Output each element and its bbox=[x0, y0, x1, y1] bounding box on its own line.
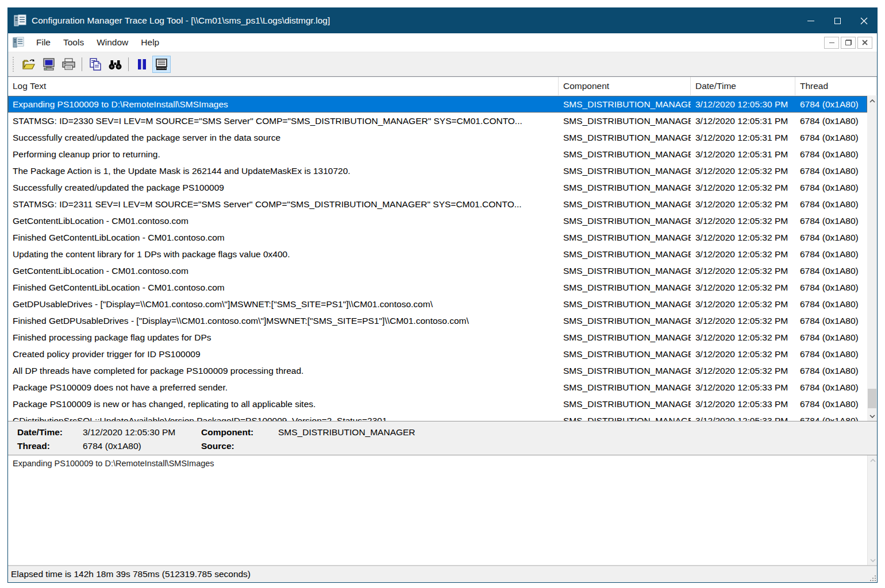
open-remote-button[interactable] bbox=[40, 56, 58, 73]
column-header-thread[interactable]: Thread bbox=[795, 77, 877, 95]
mdi-restore-button[interactable] bbox=[841, 37, 856, 49]
title-bar: Configuration Manager Trace Log Tool - [… bbox=[8, 8, 877, 33]
scrollbar-thumb[interactable] bbox=[868, 389, 876, 408]
cell-component: SMS_DISTRIBUTION_MANAGER bbox=[559, 116, 691, 126]
cell-thread: 6784 (0x1A80) bbox=[795, 233, 867, 243]
cell-thread: 6784 (0x1A80) bbox=[795, 99, 867, 110]
cell-component: SMS_DISTRIBUTION_MANAGER bbox=[559, 133, 691, 143]
find-button[interactable] bbox=[106, 56, 124, 73]
column-header-logtext[interactable]: Log Text bbox=[8, 77, 559, 95]
cell-datetime: 3/12/2020 12:05:32 PM bbox=[691, 316, 795, 326]
minimize-button[interactable] bbox=[798, 8, 824, 33]
cell-component: SMS_DISTRIBUTION_MANAGER bbox=[559, 266, 691, 276]
message-box[interactable]: Expanding PS100009 to D:\RemoteInstall\S… bbox=[8, 455, 877, 566]
log-row[interactable]: Package PS100009 is new or has changed, … bbox=[8, 396, 867, 412]
log-row[interactable]: Package PS100009 does not have a preferr… bbox=[8, 379, 867, 396]
toolbar-grip[interactable] bbox=[13, 57, 15, 72]
log-row[interactable]: Finished GetDPUsableDrives - ["Display=\… bbox=[8, 312, 867, 329]
message-text: Expanding PS100009 to D:\RemoteInstall\S… bbox=[13, 459, 860, 468]
cell-logtext: The Package Action is 1, the Update Mask… bbox=[8, 166, 559, 176]
log-row[interactable]: Finished processing package flag updates… bbox=[8, 329, 867, 346]
close-button[interactable] bbox=[851, 8, 877, 33]
open-file-button[interactable] bbox=[20, 56, 39, 73]
cell-component: SMS_DISTRIBUTION_MANAGER bbox=[559, 299, 691, 310]
cell-logtext: Successfully created/updated the package… bbox=[8, 183, 559, 193]
cell-thread: 6784 (0x1A80) bbox=[795, 266, 867, 276]
scroll-up-icon[interactable] bbox=[867, 96, 877, 106]
log-row[interactable]: All DP threads have completed for packag… bbox=[8, 362, 867, 379]
cell-component: SMS_DISTRIBUTION_MANAGER bbox=[559, 382, 691, 393]
log-list: Expanding PS100009 to D:\RemoteInstall\S… bbox=[8, 96, 877, 421]
log-row[interactable]: Created policy provider trigger for ID P… bbox=[8, 346, 867, 362]
log-row[interactable]: Updating the content library for 1 DPs w… bbox=[8, 246, 867, 262]
mdi-restore-icon bbox=[845, 40, 852, 45]
cell-logtext: CDistributionSrcSQL::UpdateAvailableVers… bbox=[8, 416, 559, 421]
cell-component: SMS_DISTRIBUTION_MANAGER bbox=[559, 216, 691, 226]
mdi-close-button[interactable] bbox=[857, 37, 872, 49]
log-row[interactable]: Expanding PS100009 to D:\RemoteInstall\S… bbox=[8, 96, 867, 113]
cell-logtext: STATMSG: ID=2311 SEV=I LEV=M SOURCE="SMS… bbox=[8, 199, 559, 210]
menu-tools[interactable]: Tools bbox=[57, 35, 90, 50]
log-row[interactable]: GetDPUsableDrives - ["Display=\\CM01.con… bbox=[8, 296, 867, 312]
log-row[interactable]: Performing cleanup prior to returning.SM… bbox=[8, 146, 867, 163]
cell-thread: 6784 (0x1A80) bbox=[795, 382, 867, 393]
log-row[interactable]: STATMSG: ID=2330 SEV=I LEV=M SOURCE="SMS… bbox=[8, 113, 867, 129]
cell-thread: 6784 (0x1A80) bbox=[795, 316, 867, 326]
cell-datetime: 3/12/2020 12:05:32 PM bbox=[691, 166, 795, 176]
message-scrollbar[interactable] bbox=[867, 455, 877, 565]
scroll-up-icon[interactable] bbox=[868, 455, 877, 465]
cell-component: SMS_DISTRIBUTION_MANAGER bbox=[559, 149, 691, 160]
cell-datetime: 3/12/2020 12:05:32 PM bbox=[691, 349, 795, 359]
toolbar bbox=[8, 52, 877, 76]
column-header-datetime[interactable]: Date/Time bbox=[691, 77, 795, 95]
scroll-down-icon[interactable] bbox=[867, 411, 877, 421]
cell-datetime: 3/12/2020 12:05:32 PM bbox=[691, 249, 795, 260]
document-icon bbox=[13, 37, 24, 48]
log-row[interactable]: Successfully created/updated the package… bbox=[8, 179, 867, 196]
menu-help[interactable]: Help bbox=[134, 35, 166, 50]
detail-panel: Date/Time: 3/12/2020 12:05:30 PM Compone… bbox=[8, 421, 877, 455]
show-detail-pane-button[interactable] bbox=[152, 56, 171, 73]
cell-component: SMS_DISTRIBUTION_MANAGER bbox=[559, 416, 691, 421]
cell-logtext: GetDPUsableDrives - ["Display=\\CM01.con… bbox=[8, 299, 559, 310]
scroll-down-icon[interactable] bbox=[868, 555, 877, 565]
menu-window[interactable]: Window bbox=[90, 35, 134, 50]
log-row[interactable]: CDistributionSrcSQL::UpdateAvailableVers… bbox=[8, 412, 867, 421]
print-button[interactable] bbox=[59, 56, 78, 73]
log-row[interactable]: Successfully created/updated the package… bbox=[8, 129, 867, 146]
cell-thread: 6784 (0x1A80) bbox=[795, 249, 867, 260]
log-row[interactable]: GetContentLibLocation - CM01.contoso.com… bbox=[8, 212, 867, 229]
column-header-component[interactable]: Component bbox=[559, 77, 691, 95]
pause-icon bbox=[137, 59, 147, 70]
computer-icon bbox=[42, 57, 56, 71]
log-row[interactable]: Finished GetContentLibLocation - CM01.co… bbox=[8, 279, 867, 296]
copy-button[interactable] bbox=[86, 56, 105, 73]
log-row[interactable]: STATMSG: ID=2311 SEV=I LEV=M SOURCE="SMS… bbox=[8, 196, 867, 212]
window-title: Configuration Manager Trace Log Tool - [… bbox=[32, 16, 798, 26]
log-row[interactable]: GetContentLibLocation - CM01.contoso.com… bbox=[8, 262, 867, 279]
list-header: Log Text Component Date/Time Thread bbox=[8, 77, 877, 96]
pause-button[interactable] bbox=[133, 56, 151, 73]
cell-datetime: 3/12/2020 12:05:33 PM bbox=[691, 382, 795, 393]
maximize-icon bbox=[834, 18, 841, 24]
mdi-minimize-button[interactable] bbox=[824, 37, 839, 49]
menu-file[interactable]: File bbox=[30, 35, 57, 50]
log-row[interactable]: The Package Action is 1, the Update Mask… bbox=[8, 163, 867, 179]
toolbar-separator bbox=[128, 57, 129, 71]
cell-datetime: 3/12/2020 12:05:32 PM bbox=[691, 366, 795, 376]
cmtrace-window: Configuration Manager Trace Log Tool - [… bbox=[7, 7, 878, 583]
cell-datetime: 3/12/2020 12:05:31 PM bbox=[691, 116, 795, 126]
cell-thread: 6784 (0x1A80) bbox=[795, 283, 867, 293]
resize-grip-icon[interactable] bbox=[868, 573, 876, 581]
cell-thread: 6784 (0x1A80) bbox=[795, 399, 867, 409]
cell-datetime: 3/12/2020 12:05:33 PM bbox=[691, 399, 795, 409]
cell-thread: 6784 (0x1A80) bbox=[795, 133, 867, 143]
cell-logtext: Created policy provider trigger for ID P… bbox=[8, 349, 559, 359]
maximize-button[interactable] bbox=[824, 8, 851, 33]
cell-component: SMS_DISTRIBUTION_MANAGER bbox=[559, 283, 691, 293]
log-row[interactable]: Finished GetContentLibLocation - CM01.co… bbox=[8, 229, 867, 246]
cell-logtext: Finished GetContentLibLocation - CM01.co… bbox=[8, 233, 559, 243]
cell-datetime: 3/12/2020 12:05:32 PM bbox=[691, 199, 795, 210]
list-scrollbar[interactable] bbox=[867, 96, 877, 421]
cell-thread: 6784 (0x1A80) bbox=[795, 366, 867, 376]
